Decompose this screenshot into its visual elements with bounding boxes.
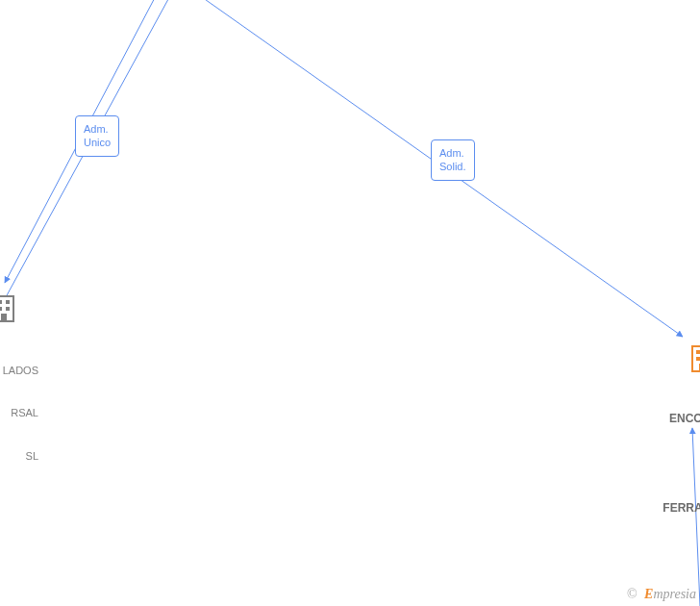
watermark-brand-e: E <box>644 587 653 601</box>
building-icon <box>0 294 15 327</box>
svg-rect-3 <box>0 307 2 311</box>
edge-label-adm-unico: Adm. Unico <box>75 115 119 157</box>
copyright-symbol: © <box>627 587 638 601</box>
watermark: © Empresia <box>627 587 696 602</box>
edge-label-line: Adm. <box>84 122 111 136</box>
svg-rect-2 <box>6 300 10 304</box>
edge-label-line: Unico <box>84 136 111 149</box>
svg-rect-1 <box>0 300 2 304</box>
node-label-line: RSAL <box>0 406 38 420</box>
node-label-line: FERRAL <box>652 500 700 516</box>
node-label-line: SL <box>0 449 38 464</box>
node-label-line: LADOS <box>0 364 38 378</box>
svg-rect-7 <box>696 350 700 354</box>
svg-rect-4 <box>6 307 10 311</box>
watermark-brand-rest: mpresia <box>653 587 696 601</box>
svg-rect-5 <box>1 314 7 321</box>
node-label-right-company: ENCOF FERRAL <box>652 380 700 532</box>
connector-layer <box>0 0 700 606</box>
edge-label-line: Solid. <box>439 160 466 173</box>
svg-rect-9 <box>696 357 700 361</box>
edge-label-adm-solid: Adm. Solid. <box>431 139 475 181</box>
node-label-line: ENCOF <box>652 411 700 426</box>
edge-label-line: Adm. <box>439 146 466 160</box>
building-icon <box>690 344 700 377</box>
node-label-left-company: LADOS RSAL SL <box>0 335 38 477</box>
